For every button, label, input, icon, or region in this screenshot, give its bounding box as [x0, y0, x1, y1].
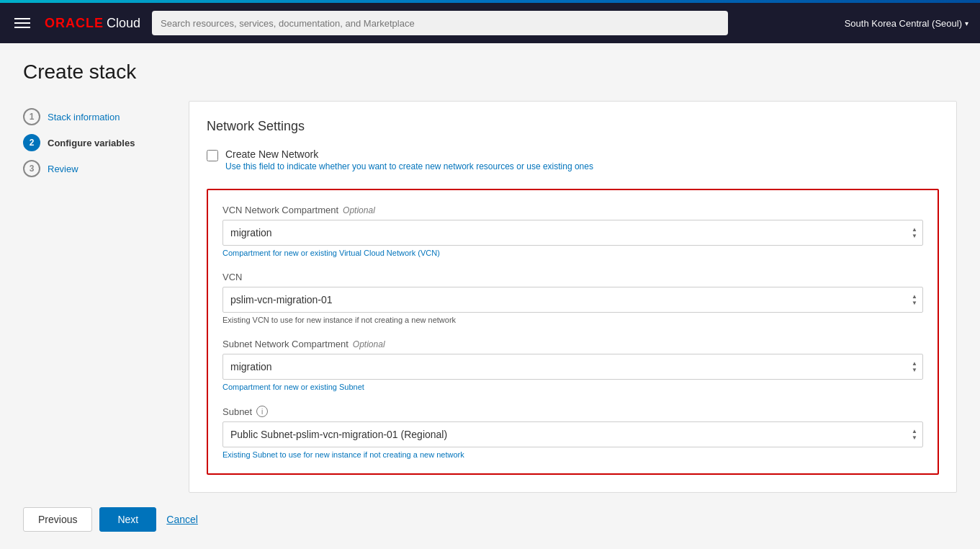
vcn-group: VCN pslim-vcn-migration-01 ▲ ▼ Existing …: [222, 272, 923, 324]
vcn-label: VCN: [222, 272, 923, 282]
subnet-select[interactable]: Public Subnet-pslim-vcn-migration-01 (Re…: [222, 421, 923, 447]
subnet-compartment-select[interactable]: migration: [222, 354, 923, 380]
vcn-select-wrapper: pslim-vcn-migration-01 ▲ ▼: [222, 287, 923, 313]
sidebar-item-label-review: Review: [48, 164, 78, 174]
chevron-down-icon: ▾: [965, 19, 968, 27]
cloud-text: Cloud: [107, 16, 140, 31]
create-network-checkbox[interactable]: [207, 150, 218, 161]
sidebar-item-stack-information[interactable]: 1 Stack information: [23, 104, 189, 130]
vcn-compartment-hint: Compartment for new or existing Virtual …: [222, 249, 923, 257]
subnet-select-wrapper: Public Subnet-pslim-vcn-migration-01 (Re…: [222, 421, 923, 447]
subnet-compartment-hint: Compartment for new or existing Subnet: [222, 383, 923, 391]
vcn-compartment-select-wrapper: migration ▲ ▼: [222, 220, 923, 246]
subnet-group: Subnet i Public Subnet-pslim-vcn-migrati…: [222, 406, 923, 459]
hamburger-menu[interactable]: [12, 15, 33, 31]
subnet-label: Subnet i: [222, 406, 923, 417]
oracle-text: ORACLE: [45, 16, 104, 31]
next-button[interactable]: Next: [99, 507, 156, 532]
subnet-compartment-label: Subnet Network Compartment Optional: [222, 339, 923, 349]
step-2-circle: 2: [23, 134, 40, 151]
subnet-compartment-select-wrapper: migration ▲ ▼: [222, 354, 923, 380]
region-label: South Korea Central (Seoul): [845, 18, 962, 29]
cancel-button[interactable]: Cancel: [163, 508, 201, 531]
vcn-compartment-group: VCN Network Compartment Optional migrati…: [222, 205, 923, 257]
section-title: Network Settings: [207, 119, 939, 134]
create-network-label-group: Create New Network Use this field to ind…: [225, 148, 593, 171]
header: ORACLE Cloud South Korea Central (Seoul)…: [0, 3, 980, 43]
search-container: [152, 11, 728, 35]
subnet-hint: Existing Subnet to use for new instance …: [222, 450, 923, 459]
content-layout: 1 Stack information 2 Configure variable…: [23, 101, 957, 493]
sidebar-item-label-configure-variables: Configure variables: [48, 138, 135, 148]
sidebar-item-label-stack-information: Stack information: [48, 112, 120, 122]
sidebar-item-configure-variables[interactable]: 2 Configure variables: [23, 130, 189, 156]
subnet-compartment-optional: Optional: [353, 339, 385, 349]
sidebar: 1 Stack information 2 Configure variable…: [23, 101, 189, 493]
vcn-hint: Existing VCN to use for new instance if …: [222, 316, 923, 324]
vcn-compartment-select[interactable]: migration: [222, 220, 923, 246]
region-selector[interactable]: South Korea Central (Seoul) ▾: [845, 18, 968, 29]
vcn-select[interactable]: pslim-vcn-migration-01: [222, 287, 923, 313]
search-input[interactable]: [152, 11, 728, 35]
previous-button[interactable]: Previous: [23, 507, 92, 532]
step-1-circle: 1: [23, 108, 40, 125]
network-section: VCN Network Compartment Optional migrati…: [207, 189, 939, 475]
page-title: Create stack: [23, 61, 957, 84]
vcn-compartment-optional: Optional: [343, 205, 375, 215]
main-container: Create stack 1 Stack information 2 Confi…: [0, 43, 980, 549]
vcn-compartment-label: VCN Network Compartment Optional: [222, 205, 923, 215]
create-network-desc: Use this field to indicate whether you w…: [225, 161, 593, 171]
info-icon[interactable]: i: [256, 406, 268, 417]
main-content: Network Settings Create New Network Use …: [189, 101, 957, 493]
create-network-label: Create New Network: [225, 148, 593, 160]
sidebar-item-review[interactable]: 3 Review: [23, 156, 189, 182]
step-3-circle: 3: [23, 160, 40, 177]
subnet-compartment-group: Subnet Network Compartment Optional migr…: [222, 339, 923, 391]
oracle-logo[interactable]: ORACLE Cloud: [45, 16, 140, 31]
create-network-row: Create New Network Use this field to ind…: [207, 148, 939, 171]
footer: Previous Next Cancel: [23, 493, 957, 537]
